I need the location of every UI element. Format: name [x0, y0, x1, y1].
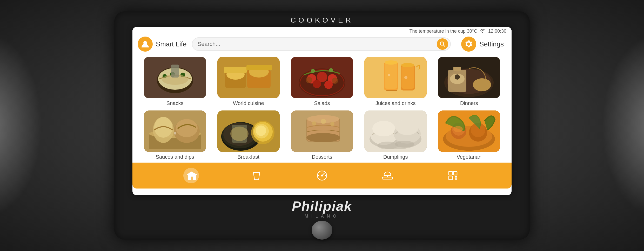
milano-text: MILANO: [305, 214, 339, 219]
nav-scale[interactable]: [380, 168, 395, 183]
svg-rect-45: [453, 67, 461, 71]
recipe-card-vegetarian[interactable]: Vegetarian: [434, 110, 504, 160]
recipe-card-world-cuisine[interactable]: World cuisine: [214, 57, 283, 106]
brand-name: COOKOVER: [291, 16, 353, 24]
recipe-card-dumplings[interactable]: Dumplings: [361, 110, 430, 160]
recipe-label-desserts: Desserts: [312, 154, 332, 160]
recipe-image-breakfast: [217, 110, 280, 152]
svg-point-24: [313, 80, 321, 88]
clock: 12:00:30: [488, 29, 506, 34]
philipiak-text: Philipiak: [292, 198, 352, 214]
svg-point-27: [306, 77, 312, 83]
svg-point-72: [312, 121, 316, 126]
recipe-label-world-cuisine: World cuisine: [233, 100, 264, 106]
bottom-nav: [132, 163, 512, 189]
search-button[interactable]: [437, 38, 448, 50]
svg-point-80: [396, 120, 419, 135]
svg-point-92: [321, 175, 323, 176]
recipe-image-snacks: [144, 57, 206, 98]
recipe-card-desserts[interactable]: Desserts: [287, 110, 357, 160]
recipe-label-salads: Salads: [314, 100, 330, 106]
search-input[interactable]: [198, 41, 434, 47]
device-inner: COOKOVER The temperature in the cup 30°C…: [114, 11, 530, 240]
smart-life-button[interactable]: Smart Life: [138, 37, 187, 52]
recipe-image-sauces: [144, 110, 206, 152]
svg-point-28: [332, 78, 338, 84]
svg-point-40: [388, 74, 390, 76]
svg-rect-95: [453, 171, 457, 175]
wifi-icon: [480, 29, 486, 34]
recipe-label-breakfast: Breakfast: [238, 154, 259, 160]
screen: The temperature in the cup 30°C 12:00:30: [132, 27, 512, 195]
recipe-image-world-cuisine: [217, 57, 280, 98]
svg-point-25: [324, 81, 333, 89]
svg-point-30: [329, 68, 333, 72]
svg-point-71: [306, 133, 340, 142]
svg-point-62: [230, 127, 249, 141]
philipiak-brand: Philipiak MILANO: [292, 198, 352, 219]
recipe-image-salads: [291, 57, 353, 98]
svg-rect-96: [449, 176, 452, 180]
settings-label: Settings: [479, 40, 504, 48]
nav-apps[interactable]: [445, 168, 461, 183]
recipe-label-sauces: Sauces and dips: [156, 154, 194, 160]
search-bar[interactable]: [192, 37, 451, 51]
svg-rect-17: [224, 67, 247, 73]
recipe-image-juices: [364, 57, 427, 98]
control-knob[interactable]: [312, 221, 332, 240]
svg-point-37: [385, 60, 398, 65]
recipe-image-dumplings: [364, 110, 427, 152]
status-bar: The temperature in the cup 30°C 12:00:30: [132, 27, 512, 36]
svg-rect-10: [171, 65, 179, 78]
temperature-status: The temperature in the cup 30°C: [410, 29, 477, 34]
user-avatar-icon: [138, 37, 153, 52]
settings-button[interactable]: Settings: [461, 37, 504, 52]
app-header: Smart Life: [132, 36, 512, 54]
svg-point-56: [174, 132, 176, 135]
svg-point-90: [453, 126, 463, 132]
recipe-card-breakfast[interactable]: Breakfast: [214, 110, 283, 160]
recipe-image-desserts: [291, 110, 353, 152]
recipe-card-snacks[interactable]: Snacks: [140, 57, 210, 106]
recipe-label-dinners: Dinners: [460, 100, 478, 106]
svg-point-81: [377, 142, 398, 149]
svg-point-74: [321, 119, 326, 124]
svg-line-2: [443, 45, 445, 46]
settings-gear-icon: [461, 37, 476, 52]
svg-point-29: [311, 69, 315, 73]
svg-point-47: [455, 74, 460, 80]
svg-rect-93: [382, 177, 393, 179]
svg-point-78: [372, 121, 395, 136]
svg-rect-94: [449, 171, 452, 175]
svg-point-39: [404, 76, 407, 79]
recipe-card-dinners[interactable]: Dinners: [434, 57, 504, 106]
nav-gauge[interactable]: [314, 168, 330, 183]
device-shell: COOKOVER The temperature in the cup 30°C…: [0, 0, 644, 251]
svg-rect-33: [385, 63, 397, 89]
recipe-card-salads[interactable]: Salads: [287, 57, 357, 106]
recipe-image-dinners: [438, 57, 500, 98]
smart-life-label: Smart Life: [156, 40, 187, 48]
recipe-label-snacks: Snacks: [166, 100, 184, 106]
svg-point-38: [401, 63, 414, 67]
svg-point-73: [330, 122, 334, 126]
svg-rect-18: [246, 65, 272, 70]
recipe-label-vegetarian: Vegetarian: [457, 154, 482, 160]
nav-home[interactable]: [183, 168, 199, 183]
recipe-label-dumplings: Dumplings: [383, 154, 408, 160]
recipe-label-juices: Juices and drinks: [375, 100, 416, 106]
recipe-card-sauces[interactable]: Sauces and dips: [140, 110, 210, 160]
nav-cup[interactable]: [249, 168, 264, 183]
recipe-card-juices[interactable]: Juices and drinks: [361, 57, 430, 106]
recipe-image-vegetarian: [438, 110, 500, 152]
svg-point-48: [473, 78, 491, 91]
svg-point-66: [256, 126, 266, 136]
svg-point-53: [154, 117, 172, 138]
svg-point-82: [395, 141, 414, 148]
recipe-grid: Snacks World cuisine Salads Juices: [132, 54, 512, 163]
svg-rect-35: [401, 65, 414, 89]
